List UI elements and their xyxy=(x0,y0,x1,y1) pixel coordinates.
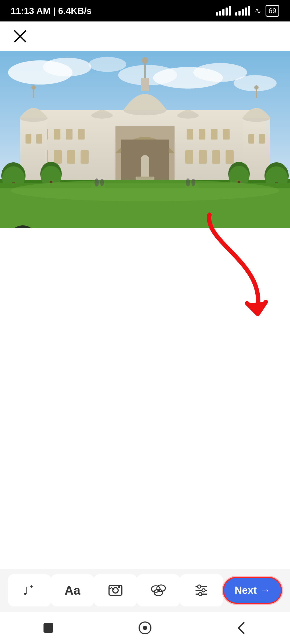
svg-point-39 xyxy=(31,85,36,90)
svg-rect-17 xyxy=(81,150,89,164)
svg-point-4 xyxy=(43,58,91,76)
svg-text:♩: ♩ xyxy=(23,586,28,597)
svg-rect-29 xyxy=(223,129,230,140)
svg-rect-25 xyxy=(78,129,85,140)
middle-space xyxy=(0,228,290,381)
nav-home-button[interactable] xyxy=(134,617,156,639)
photo-container xyxy=(0,51,290,228)
svg-point-8 xyxy=(89,57,126,72)
next-arrow-icon: → xyxy=(260,585,270,596)
svg-point-45 xyxy=(254,85,259,90)
svg-rect-21 xyxy=(226,150,234,164)
svg-point-69 xyxy=(11,180,279,201)
svg-rect-40 xyxy=(26,134,31,144)
svg-point-48 xyxy=(91,112,113,119)
status-bar: 11:13 AM | 6.4KB/s ∿ 69 xyxy=(0,0,290,21)
top-bar xyxy=(0,21,290,51)
svg-point-89 xyxy=(202,589,205,592)
victoria-memorial-image xyxy=(0,51,290,228)
svg-rect-91 xyxy=(44,623,53,633)
toolbar: ♩ + Aa xyxy=(0,569,290,612)
next-button[interactable]: Next → xyxy=(223,577,282,604)
signal-icon-2 xyxy=(235,6,250,16)
svg-rect-27 xyxy=(199,129,205,140)
svg-rect-23 xyxy=(54,129,60,140)
svg-rect-41 xyxy=(36,134,42,144)
svg-rect-47 xyxy=(259,134,265,144)
music-tool-button[interactable]: ♩ + xyxy=(8,574,51,606)
svg-rect-15 xyxy=(54,150,62,164)
status-time: 11:13 AM | 6.4KB/s xyxy=(11,6,92,16)
navigation-bar xyxy=(0,612,290,644)
svg-point-88 xyxy=(198,585,201,588)
svg-rect-28 xyxy=(211,129,218,140)
svg-rect-20 xyxy=(212,150,220,164)
svg-point-71 xyxy=(100,179,104,186)
effects-tool-button[interactable] xyxy=(137,574,180,606)
next-button-label: Next xyxy=(235,585,257,596)
svg-rect-26 xyxy=(187,129,193,140)
svg-point-90 xyxy=(199,592,202,596)
annotation-arrow xyxy=(188,209,279,333)
svg-point-49 xyxy=(177,112,199,119)
svg-point-80 xyxy=(113,588,118,593)
svg-point-51 xyxy=(141,155,149,164)
svg-rect-33 xyxy=(141,78,149,91)
svg-rect-16 xyxy=(67,150,75,164)
wifi-icon: ∿ xyxy=(255,6,261,16)
nav-back-button[interactable] xyxy=(231,617,252,639)
svg-rect-24 xyxy=(66,129,73,140)
svg-rect-46 xyxy=(248,134,254,144)
text-tool-label: Aa xyxy=(65,583,81,598)
adjust-tool-button[interactable] xyxy=(180,574,223,606)
close-button[interactable] xyxy=(11,27,30,46)
svg-rect-52 xyxy=(136,177,154,180)
svg-point-93 xyxy=(143,626,147,630)
svg-rect-18 xyxy=(185,150,193,164)
bottom-section: ♩ + Aa xyxy=(0,569,290,644)
svg-rect-19 xyxy=(199,150,207,164)
image-wrapper xyxy=(0,51,290,228)
signal-icon-1 xyxy=(216,6,231,16)
photo-tool-button[interactable] xyxy=(94,574,137,606)
svg-point-72 xyxy=(186,178,190,186)
battery-icon: 69 xyxy=(266,5,279,17)
svg-point-81 xyxy=(118,586,120,588)
svg-text:+: + xyxy=(30,583,33,590)
svg-point-70 xyxy=(95,178,99,186)
text-tool-button[interactable]: Aa xyxy=(51,574,94,606)
nav-stop-button[interactable] xyxy=(38,617,59,639)
status-icons: ∿ 69 xyxy=(216,5,279,17)
svg-point-73 xyxy=(191,179,195,186)
svg-point-35 xyxy=(142,57,148,64)
